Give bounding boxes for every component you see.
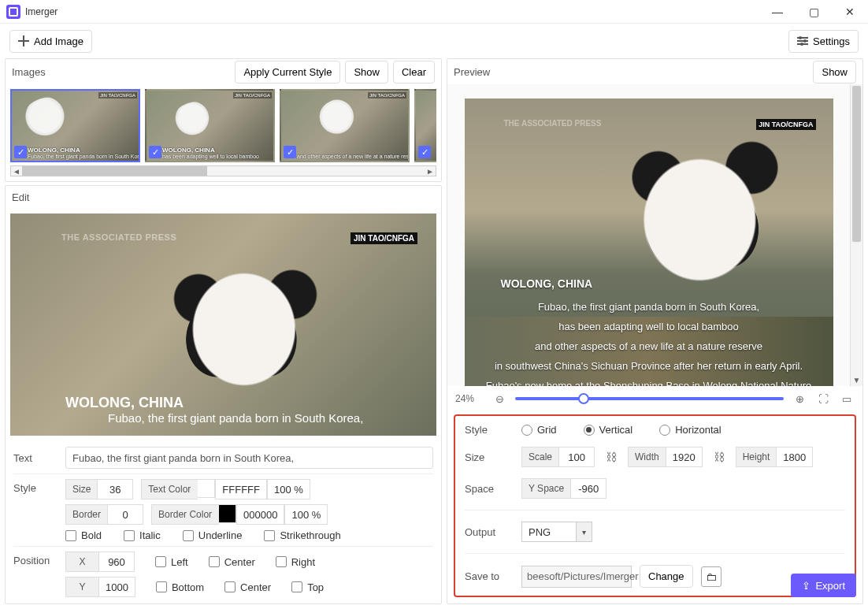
caption-subtitle: Fubao, the first giant panda born in Sou… — [65, 411, 436, 425]
thumbnail-scrollbar[interactable]: ◄ ► — [10, 165, 436, 176]
edit-canvas[interactable]: THE ASSOCIATED PRESS JIN TAO/CNFGA WOLON… — [10, 214, 436, 436]
text-color-swatch[interactable] — [198, 479, 215, 498]
width-input[interactable]: 1920 — [666, 447, 703, 467]
zoom-slider[interactable] — [515, 397, 784, 400]
height-input[interactable]: 1800 — [776, 447, 813, 467]
add-image-label: Add Image — [34, 35, 83, 47]
export-icon: ⇪ — [802, 580, 811, 592]
preview-caption-lines: WOLONG, CHINA Fubao, the first giant pan… — [465, 273, 833, 386]
italic-checkbox[interactable]: Italic — [124, 529, 161, 541]
align-right-checkbox[interactable]: Right — [276, 556, 315, 568]
align-top-checkbox[interactable]: Top — [291, 581, 324, 593]
window-close-button[interactable]: ✕ — [832, 0, 868, 24]
check-icon: ✓ — [418, 146, 431, 158]
layout-grid-radio[interactable]: Grid — [521, 424, 557, 436]
save-to-label: Save to — [465, 570, 521, 582]
settings-icon — [797, 37, 808, 45]
text-color-opacity-input[interactable]: 100 % — [267, 479, 310, 499]
window-minimize-button[interactable]: — — [759, 0, 796, 24]
border-color-opacity-input[interactable]: 100 % — [284, 504, 328, 525]
show-images-button[interactable]: Show — [345, 61, 388, 84]
layout-vertical-radio[interactable]: Vertical — [584, 424, 633, 436]
position-label: Position — [13, 551, 65, 566]
edit-panel: Edit THE ASSOCIATED PRESS JIN TAO/CNFGA … — [5, 185, 442, 604]
images-panel-label: Images — [12, 66, 235, 78]
zoom-bar: 24% ⊖ ⊕ ⛶ ▭ — [447, 386, 862, 411]
style-label: Style — [13, 479, 65, 494]
zoom-in-icon[interactable]: ⊕ — [792, 391, 807, 407]
thumbnail-item[interactable]: JIN TAO/CNFGA ✓ WOLONG, CHINAhas been ad… — [145, 89, 275, 162]
save-path-field[interactable]: beesoft/Pictures/Imerger — [521, 566, 632, 588]
border-size-input[interactable]: 0 — [107, 504, 143, 525]
output-settings-box: Style Grid Vertical Horizontal Size Scal… — [454, 414, 856, 597]
preview-scrollbar[interactable]: ▲ ▼ — [850, 84, 862, 386]
zoom-out-icon[interactable]: ⊖ — [491, 391, 507, 407]
layout-horizontal-radio[interactable]: Horizontal — [659, 424, 721, 436]
fit-screen-icon[interactable]: ⛶ — [815, 391, 831, 407]
zoom-percent: 24% — [455, 393, 484, 404]
font-size-input[interactable]: 36 — [97, 479, 133, 499]
chevron-down-icon[interactable]: ▾ — [577, 522, 592, 542]
plus-icon — [18, 35, 29, 46]
add-image-button[interactable]: Add Image — [9, 30, 92, 53]
text-label: Text — [13, 452, 65, 464]
pos-y-input[interactable]: 1000 — [98, 577, 135, 597]
window-maximize-button[interactable]: ▢ — [796, 0, 832, 24]
strikethrough-checkbox[interactable]: Strikethrough — [264, 529, 340, 541]
export-button[interactable]: ⇪ Export — [791, 574, 856, 597]
caption-title: WOLONG, CHINA — [65, 395, 436, 411]
border-color-hex-input[interactable]: 000000 — [236, 504, 284, 525]
thumbnail-item[interactable]: JIN TAO/CNFGA ✓ WOLONG, CHINAFubao, the … — [10, 89, 140, 162]
out-space-label: Space — [465, 483, 521, 495]
border-color-swatch[interactable] — [219, 504, 236, 523]
scroll-right-icon[interactable]: ► — [425, 166, 436, 176]
output-format-label: Output — [465, 526, 521, 538]
change-path-button[interactable]: Change — [640, 565, 693, 588]
align-center-h-checkbox[interactable]: Center — [209, 556, 255, 568]
apply-style-button[interactable]: Apply Current Style — [235, 61, 340, 84]
actual-size-icon[interactable]: ▭ — [839, 391, 855, 407]
bold-checkbox[interactable]: Bold — [65, 529, 102, 541]
preview-panel-label: Preview — [454, 66, 813, 78]
align-left-checkbox[interactable]: Left — [155, 556, 188, 568]
thumbnail-item[interactable]: JIN TAO/CNFGA ✓ and other aspects of a n… — [280, 89, 410, 162]
scrollbar-thumb[interactable] — [852, 86, 861, 242]
thumbnail-strip: JIN TAO/CNFGA ✓ WOLONG, CHINAFubao, the … — [10, 89, 436, 162]
align-bottom-checkbox[interactable]: Bottom — [156, 581, 204, 593]
out-style-label: Style — [465, 424, 521, 436]
app-title: Imerger — [25, 6, 57, 17]
text-color-hex-input[interactable]: FFFFFF — [215, 479, 267, 499]
images-panel: Images Apply Current Style Show Clear JI… — [5, 58, 442, 182]
thumbnail-item[interactable]: ✓ — [414, 89, 436, 162]
settings-label: Settings — [813, 35, 850, 47]
app-icon — [6, 5, 20, 19]
edit-panel-label: Edit — [12, 191, 435, 203]
settings-button[interactable]: Settings — [788, 30, 859, 53]
yspace-input[interactable]: -960 — [570, 478, 606, 499]
main-toolbar: Add Image Settings — [0, 24, 868, 58]
link-icon[interactable]: ⛓ — [710, 447, 728, 467]
pos-x-input[interactable]: 960 — [98, 551, 135, 572]
text-input[interactable] — [65, 447, 433, 469]
out-size-label: Size — [465, 451, 521, 463]
preview-panel: Preview Show THE ASSOCIATED PRESS JIN TA… — [447, 58, 863, 604]
open-folder-icon[interactable]: 🗀 — [701, 566, 721, 587]
scroll-left-icon[interactable]: ◄ — [11, 166, 22, 176]
scrollbar-thumb[interactable] — [22, 166, 207, 176]
title-bar: Imerger — ▢ ✕ — [0, 0, 868, 24]
scale-input[interactable]: 100 — [558, 447, 595, 467]
align-center-v-checkbox[interactable]: Center — [224, 581, 271, 593]
preview-canvas[interactable]: THE ASSOCIATED PRESS JIN TAO/CNFGA WOLON… — [447, 84, 850, 386]
underline-checkbox[interactable]: Underline — [183, 529, 243, 541]
zoom-slider-thumb[interactable] — [578, 393, 589, 404]
output-format-select[interactable]: PNG ▾ — [521, 522, 592, 542]
scroll-down-icon[interactable]: ▼ — [851, 373, 862, 386]
clear-images-button[interactable]: Clear — [393, 61, 435, 84]
show-preview-button[interactable]: Show — [813, 61, 856, 84]
link-icon[interactable]: ⛓ — [603, 447, 620, 467]
